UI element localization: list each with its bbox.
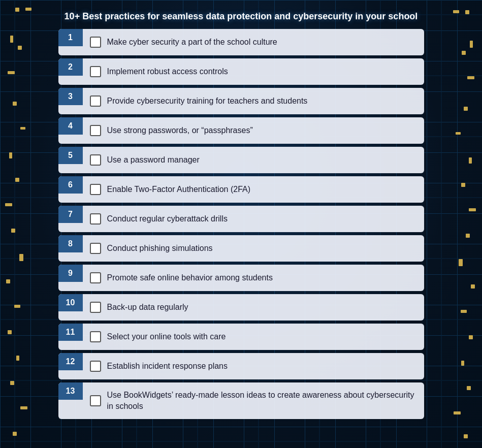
item-text-12: Establish incident response plans	[107, 356, 233, 377]
item-number-8: 8	[58, 235, 83, 252]
checklist-item-6: 6Enable Two-Factor Authentication (2FA)	[58, 176, 424, 203]
item-text-8: Conduct phishing simulations	[107, 238, 218, 259]
item-text-3: Provide cybersecurity training for teach…	[107, 90, 313, 112]
checklist-item-9: 9Promote safe online behavior among stud…	[58, 265, 424, 291]
item-text-2: Implement robust access controls	[107, 61, 233, 82]
item-checkbox-3[interactable]	[90, 95, 101, 107]
item-checkbox-13[interactable]	[90, 395, 101, 406]
item-checkbox-12[interactable]	[90, 361, 101, 372]
item-checkbox-10[interactable]	[90, 302, 101, 313]
checklist-item-4: 4Use strong passwords, or “passphrases”	[58, 117, 424, 144]
item-text-5: Use a password manager	[107, 149, 205, 171]
item-text-6: Enable Two-Factor Authentication (2FA)	[107, 179, 256, 200]
item-checkbox-9[interactable]	[90, 272, 101, 283]
item-checkbox-2[interactable]	[90, 66, 101, 77]
checklist-item-2: 2Implement robust access controls	[58, 58, 424, 85]
item-number-4: 4	[58, 117, 83, 135]
item-text-11: Select your online tools with care	[107, 326, 231, 347]
item-number-5: 5	[58, 147, 83, 164]
item-number-10: 10	[58, 294, 83, 311]
item-number-2: 2	[58, 58, 83, 76]
checklist-item-11: 11Select your online tools with care	[58, 324, 424, 350]
item-text-10: Back-up data regularly	[107, 297, 194, 318]
checklist-item-10: 10Back-up data regularly	[58, 294, 424, 321]
item-text-1: Make cyber security a part of the school…	[107, 31, 282, 53]
item-number-13: 13	[58, 382, 83, 400]
item-text-9: Promote safe online behavior among stude…	[107, 267, 278, 289]
page-title: 10+ Best practices for seamless data pro…	[10, 6, 472, 29]
item-number-11: 11	[58, 324, 83, 341]
item-checkbox-4[interactable]	[90, 125, 101, 136]
checklist-item-7: 7Conduct regular cyberattack drills	[58, 206, 424, 232]
item-checkbox-8[interactable]	[90, 243, 101, 254]
item-text-13: Use BookWidgets’ ready-made lesson ideas…	[107, 385, 424, 418]
checklist-item-13: 13Use BookWidgets’ ready-made lesson ide…	[58, 382, 424, 419]
checklist-item-5: 5Use a password manager	[58, 147, 424, 173]
item-number-7: 7	[58, 206, 83, 223]
checklist-item-12: 12Establish incident response plans	[58, 353, 424, 379]
item-number-9: 9	[58, 265, 83, 282]
item-checkbox-11[interactable]	[90, 331, 101, 342]
item-checkbox-5[interactable]	[90, 154, 101, 166]
checklist-item-1: 1Make cyber security a part of the schoo…	[58, 29, 424, 55]
checklist-item-8: 8Conduct phishing simulations	[58, 235, 424, 262]
item-text-7: Conduct regular cyberattack drills	[107, 208, 233, 230]
checklist-item-3: 3Provide cybersecurity training for teac…	[58, 88, 424, 114]
item-text-4: Use strong passwords, or “passphrases”	[107, 120, 258, 141]
checklist: 1Make cyber security a part of the schoo…	[58, 29, 424, 419]
item-number-1: 1	[58, 29, 83, 46]
item-number-6: 6	[58, 176, 83, 194]
item-number-3: 3	[58, 88, 83, 105]
item-checkbox-7[interactable]	[90, 213, 101, 225]
item-number-12: 12	[58, 353, 83, 370]
item-checkbox-1[interactable]	[90, 37, 101, 48]
item-checkbox-6[interactable]	[90, 184, 101, 195]
